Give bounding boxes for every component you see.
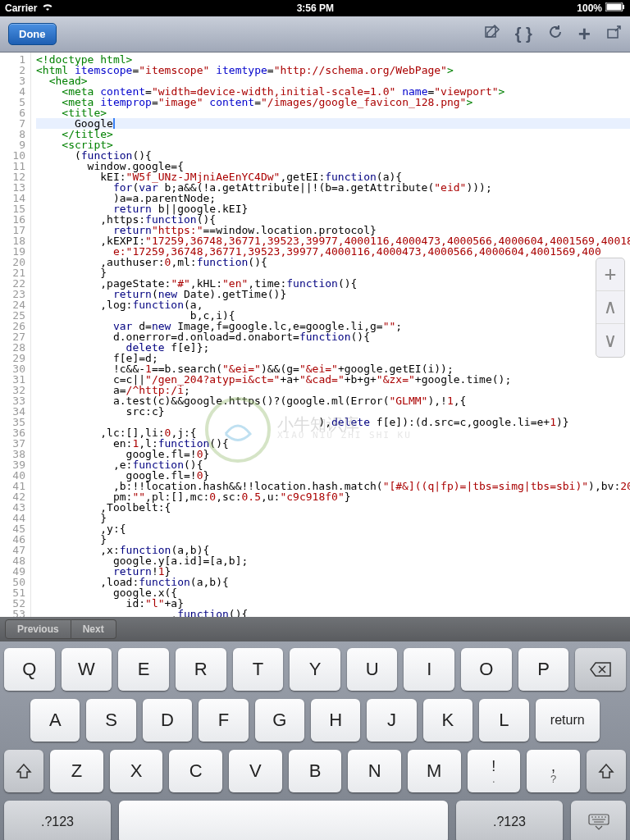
key-p[interactable]: P [518, 648, 569, 691]
svg-rect-1 [606, 4, 621, 11]
code-line[interactable]: </title> [36, 129, 630, 139]
clock: 3:56 PM [297, 2, 334, 14]
carrier-label: Carrier [5, 2, 37, 14]
braces-icon[interactable]: { } [515, 25, 532, 43]
hide-keyboard-key[interactable] [571, 801, 626, 840]
key-r[interactable]: R [176, 648, 226, 691]
status-bar: Carrier 3:56 PM 100% [0, 0, 630, 16]
key-punct-8[interactable]: ,? [527, 750, 580, 792]
key-w[interactable]: W [62, 648, 112, 691]
numeric-key-right[interactable]: .?123 [456, 801, 563, 840]
key-x[interactable]: X [110, 750, 163, 792]
keyboard: QWERTYUIOP ASDFGHJKLreturn ZXCVBNM!.,? .… [0, 641, 630, 840]
key-n[interactable]: N [348, 750, 401, 792]
line-gutter: 1234567891011121314151617181920212223242… [0, 52, 31, 617]
key-z[interactable]: Z [50, 750, 103, 792]
shift-key-right[interactable] [587, 750, 626, 792]
code-editor[interactable]: 1234567891011121314151617181920212223242… [0, 52, 630, 617]
code-line[interactable]: <html itemscope="itemscope" itemtype="ht… [36, 65, 630, 75]
key-m[interactable]: M [408, 750, 461, 792]
key-g[interactable]: G [255, 699, 304, 742]
refresh-icon[interactable] [547, 24, 564, 44]
svg-rect-2 [623, 5, 624, 9]
key-q[interactable]: Q [4, 648, 55, 691]
key-l[interactable]: L [479, 699, 528, 742]
toolbar: Done { } + [0, 16, 630, 52]
move-up-button[interactable]: ∧ [596, 291, 624, 324]
key-j[interactable]: J [367, 699, 416, 742]
numeric-key[interactable]: .?123 [4, 801, 111, 840]
key-i[interactable]: I [404, 648, 454, 691]
shift-key[interactable] [4, 750, 43, 792]
code-line[interactable]: ,y:{ [36, 523, 630, 534]
code-line[interactable]: <meta itemprop="image" content="/images/… [36, 97, 630, 107]
code-line[interactable]: ,function(){ [36, 609, 630, 617]
key-b[interactable]: B [289, 750, 342, 792]
zoom-in-button[interactable]: + [596, 258, 624, 291]
key-a[interactable]: A [30, 699, 80, 742]
code-line[interactable]: <title> [36, 107, 630, 118]
key-c[interactable]: C [169, 750, 222, 792]
code-line[interactable]: ,authuser:0,ml:function(){ [36, 257, 630, 267]
move-down-button[interactable]: ∨ [596, 324, 624, 357]
key-d[interactable]: D [143, 699, 192, 742]
key-o[interactable]: O [461, 648, 512, 691]
key-h[interactable]: H [311, 699, 360, 742]
done-button[interactable]: Done [8, 23, 57, 45]
key-y[interactable]: Y [290, 648, 340, 691]
compose-icon[interactable] [484, 24, 500, 44]
code-line[interactable]: ,Toolbelt:{ [36, 502, 630, 513]
wifi-icon [42, 2, 53, 14]
share-icon[interactable] [605, 24, 622, 44]
return-key[interactable]: return [536, 699, 600, 742]
add-icon[interactable]: + [578, 21, 591, 47]
next-button[interactable]: Next [71, 619, 116, 639]
key-s[interactable]: S [86, 699, 135, 742]
key-e[interactable]: E [118, 648, 169, 691]
backspace-key[interactable] [575, 648, 626, 691]
key-v[interactable]: V [229, 750, 282, 792]
battery-percent: 100% [577, 2, 602, 14]
key-u[interactable]: U [347, 648, 398, 691]
key-f[interactable]: F [199, 699, 248, 742]
keyboard-accessory: Previous Next [0, 617, 630, 641]
code-line[interactable]: Google [36, 118, 630, 129]
space-key[interactable] [119, 801, 448, 840]
zoom-controls: + ∧ ∨ [596, 258, 625, 358]
key-punct-7[interactable]: !. [468, 750, 521, 792]
code-area[interactable]: <!doctype html><html itemscope="itemscop… [31, 52, 630, 617]
key-t[interactable]: T [233, 648, 284, 691]
battery-icon [605, 2, 625, 14]
previous-button[interactable]: Previous [5, 619, 71, 639]
key-k[interactable]: K [423, 699, 472, 742]
